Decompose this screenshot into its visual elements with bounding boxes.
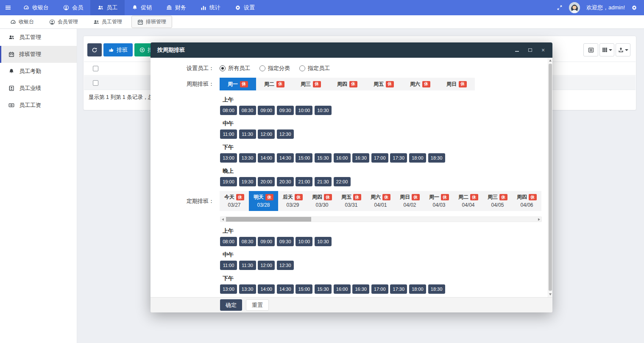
fullscreen-button[interactable]: [557, 5, 563, 11]
horizontal-scrollbar[interactable]: [220, 216, 542, 222]
time-slot-button[interactable]: 14:00: [258, 284, 275, 294]
time-slot-button[interactable]: 18:00: [409, 284, 426, 294]
time-slot-button[interactable]: 09:30: [277, 106, 294, 115]
time-slot-button[interactable]: 11:00: [220, 261, 237, 270]
nav-item[interactable]: 促销: [125, 0, 159, 15]
radio-option[interactable]: 指定分类: [259, 65, 290, 72]
reset-button[interactable]: 重置: [246, 299, 269, 311]
time-slot-button[interactable]: 15:00: [296, 153, 312, 163]
select-all-checkbox[interactable]: [93, 66, 98, 71]
time-slot-button[interactable]: 14:30: [277, 284, 294, 294]
sidebar-item[interactable]: 员工业绩: [0, 80, 77, 97]
date-tab[interactable]: 周五 休 03/31: [337, 191, 366, 211]
menu-toggle-button[interactable]: [0, 0, 16, 15]
minimize-icon[interactable]: [514, 48, 519, 53]
time-slot-button[interactable]: 18:30: [428, 284, 445, 294]
time-slot-button[interactable]: 17:30: [390, 153, 407, 163]
radio-option[interactable]: 指定员工: [299, 65, 330, 72]
nav-item[interactable]: 设置: [228, 0, 262, 15]
date-tab[interactable]: 今天 休 03/27: [220, 191, 249, 211]
time-slot-button[interactable]: 19:00: [220, 177, 237, 186]
time-slot-button[interactable]: 12:30: [277, 129, 294, 139]
time-slot-button[interactable]: 16:00: [334, 284, 351, 294]
time-slot-button[interactable]: 08:30: [239, 237, 256, 246]
time-slot-button[interactable]: 08:30: [239, 106, 256, 115]
time-slot-button[interactable]: 08:00: [220, 237, 237, 246]
time-slot-button[interactable]: 10:30: [315, 106, 332, 115]
nav-item[interactable]: 会员: [56, 0, 90, 15]
time-slot-button[interactable]: 11:30: [239, 261, 256, 270]
date-tab[interactable]: 后天 休 03/29: [278, 191, 307, 211]
time-slot-button[interactable]: 18:30: [428, 153, 445, 163]
sidebar-item[interactable]: 员工工资: [0, 97, 77, 114]
time-slot-button[interactable]: 16:30: [352, 153, 369, 163]
time-slot-button[interactable]: 20:00: [258, 177, 275, 186]
confirm-button[interactable]: 确定: [220, 299, 242, 311]
weekday-tab[interactable]: 周二 休: [256, 78, 293, 90]
time-slot-button[interactable]: 12:00: [258, 129, 275, 139]
date-tab[interactable]: 周四 休 04/06: [512, 191, 541, 211]
time-slot-button[interactable]: 09:30: [277, 237, 294, 246]
time-slot-button[interactable]: 15:30: [315, 284, 332, 294]
time-slot-button[interactable]: 14:30: [277, 153, 294, 163]
close-icon[interactable]: ×: [541, 48, 546, 53]
weekday-tab[interactable]: 周日 休: [438, 78, 475, 90]
time-slot-button[interactable]: 18:00: [409, 153, 426, 163]
refresh-button[interactable]: [87, 43, 102, 56]
weekday-tab[interactable]: 周四 休: [329, 78, 365, 90]
weekday-tab[interactable]: 周五 休: [365, 78, 402, 90]
settings-gear-button[interactable]: [631, 5, 637, 11]
row-checkbox[interactable]: [93, 80, 98, 86]
nav-item[interactable]: 统计: [193, 0, 228, 15]
time-slot-button[interactable]: 15:30: [315, 153, 332, 163]
date-tab[interactable]: 周日 休 04/02: [395, 191, 424, 211]
scroll-down-icon[interactable]: [549, 293, 552, 295]
modal-header[interactable]: 按周期排班 ×: [151, 42, 552, 58]
time-slot-button[interactable]: 22:00: [334, 177, 351, 186]
time-slot-button[interactable]: 10:00: [296, 237, 312, 246]
time-slot-button[interactable]: 09:00: [258, 106, 275, 115]
weekday-tab[interactable]: 周三 休: [293, 78, 329, 90]
vertical-scrollbar[interactable]: [548, 58, 552, 297]
date-tab[interactable]: 周一 休 04/03: [424, 191, 454, 211]
export-button[interactable]: [616, 43, 630, 56]
time-slot-button[interactable]: 17:30: [390, 284, 407, 294]
scroll-left-icon[interactable]: [222, 218, 224, 221]
time-slot-button[interactable]: 13:00: [220, 153, 237, 163]
columns-button[interactable]: [599, 43, 614, 56]
time-slot-button[interactable]: 17:00: [371, 153, 388, 163]
page-tab[interactable]: 会员管理: [43, 16, 84, 28]
time-slot-button[interactable]: 13:00: [220, 284, 237, 294]
schedule-button[interactable]: 排班: [103, 43, 133, 56]
scroll-right-icon[interactable]: [538, 218, 540, 221]
time-slot-button[interactable]: 08:00: [220, 106, 237, 115]
avatar[interactable]: [569, 2, 580, 13]
time-slot-button[interactable]: 09:00: [258, 237, 275, 246]
time-slot-button[interactable]: 20:30: [277, 177, 294, 186]
time-slot-button[interactable]: 19:30: [239, 177, 256, 186]
date-tab[interactable]: 周四 休 03/30: [307, 191, 337, 211]
restore-icon[interactable]: [527, 48, 532, 53]
time-slot-button[interactable]: 17:00: [371, 284, 388, 294]
radio-option[interactable]: 所有员工: [220, 65, 250, 72]
page-tab[interactable]: 收银台: [4, 16, 40, 28]
time-slot-button[interactable]: 11:00: [220, 129, 237, 139]
sidebar-item[interactable]: 排班管理: [0, 46, 77, 63]
time-slot-button[interactable]: 12:00: [258, 261, 275, 270]
scroll-up-icon[interactable]: [549, 59, 552, 62]
time-slot-button[interactable]: 16:00: [334, 153, 351, 163]
time-slot-button[interactable]: 21:30: [315, 177, 332, 186]
time-slot-button[interactable]: 10:00: [296, 106, 312, 115]
sidebar-item[interactable]: 员工管理: [0, 29, 77, 46]
vertical-scrollbar-thumb[interactable]: [549, 64, 552, 291]
time-slot-button[interactable]: 10:30: [315, 237, 332, 246]
time-slot-button[interactable]: 11:30: [239, 129, 256, 139]
time-slot-button[interactable]: 16:30: [352, 284, 369, 294]
time-slot-button[interactable]: 13:30: [239, 284, 256, 294]
date-tab[interactable]: 周三 休 04/05: [483, 191, 512, 211]
date-tab[interactable]: 周二 休 04/04: [454, 191, 483, 211]
detail-view-button[interactable]: [583, 43, 598, 56]
time-slot-button[interactable]: 15:00: [296, 284, 312, 294]
time-slot-button[interactable]: 13:30: [239, 153, 256, 163]
weekday-tab[interactable]: 周六 休: [402, 78, 438, 90]
